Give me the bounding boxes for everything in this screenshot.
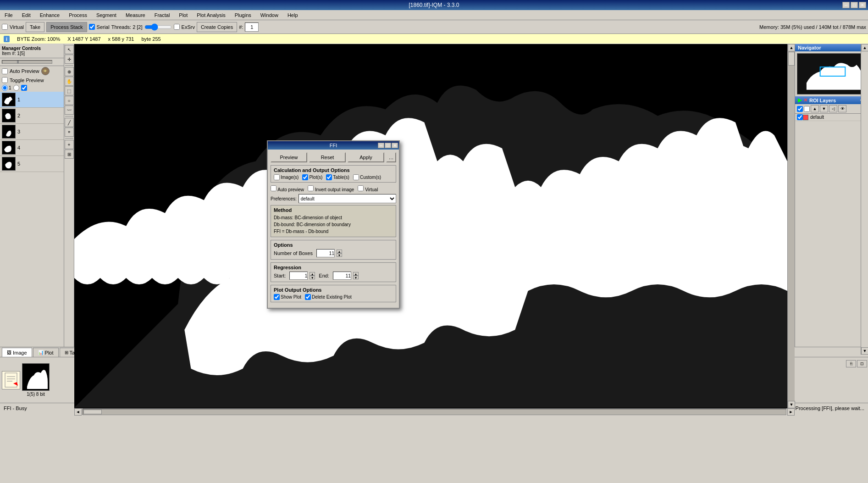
num-boxes-input[interactable]: 11 xyxy=(316,249,335,257)
output-options-row: Image(s) Plot(s) Table(s) Custom(s) xyxy=(274,174,393,180)
process-stack-button[interactable]: Process Stack xyxy=(46,22,87,32)
menu-item-edit[interactable]: Edit xyxy=(19,11,33,19)
layer-item-3[interactable]: 3 xyxy=(0,124,64,140)
close-button[interactable]: ✕ xyxy=(859,2,866,8)
freehand-tool[interactable]: 〰 xyxy=(65,105,74,115)
preview-icon[interactable]: 👁 xyxy=(41,67,50,75)
menu-item-help[interactable]: Help xyxy=(285,11,301,19)
h-scroll-track[interactable] xyxy=(83,409,786,415)
auto-preview-dialog-checkbox[interactable] xyxy=(271,185,276,191)
exsrv-checkbox[interactable] xyxy=(174,24,180,30)
layer-item-4[interactable]: 4 xyxy=(0,140,64,156)
scroll-up-button[interactable]: ▲ xyxy=(788,44,795,51)
virtual-dialog-checkbox[interactable] xyxy=(358,185,364,191)
menu-item-file[interactable]: File xyxy=(2,11,16,19)
copy-button[interactable]: ⎘ xyxy=(846,360,856,367)
roi-lock-checkbox[interactable] xyxy=(804,106,810,112)
threads-slider[interactable] xyxy=(144,23,172,31)
menu-item-enhance[interactable]: Enhance xyxy=(37,11,62,19)
grid-tool[interactable]: ⊞ xyxy=(65,150,74,159)
roi-item-default[interactable]: default 0 xyxy=(795,114,868,121)
thread-count-input[interactable] xyxy=(245,22,259,32)
num-boxes-up[interactable]: ▲ xyxy=(337,250,342,253)
menu-item-plot[interactable]: Plot xyxy=(176,11,190,19)
measure-tool[interactable]: ⌖ xyxy=(65,128,74,137)
roi-down-button[interactable]: ▼ xyxy=(820,105,828,112)
right-panel-scrollbar[interactable]: ▲ ▼ xyxy=(861,44,868,355)
create-copies-button[interactable]: Create Copies xyxy=(197,22,237,32)
num-boxes-row: Number of Boxes 11 ▲ ▼ xyxy=(274,249,393,257)
menu-item-process[interactable]: Process xyxy=(66,11,90,19)
serial-checkbox[interactable] xyxy=(89,24,95,30)
dialog-close[interactable]: ✕ xyxy=(392,143,398,148)
tables-checkbox[interactable] xyxy=(326,174,332,180)
preview-button[interactable]: Preview xyxy=(271,152,307,162)
menu-item-segment[interactable]: Segment xyxy=(94,11,119,19)
start-input[interactable]: 1 xyxy=(289,272,308,280)
num-boxes-down[interactable]: ▼ xyxy=(337,253,342,257)
auto-preview-checkbox[interactable] xyxy=(2,68,8,74)
roi-play-icon[interactable]: ▶ xyxy=(798,97,802,103)
h-scroll-thumb[interactable] xyxy=(83,410,102,414)
custom-checkbox[interactable] xyxy=(353,174,359,180)
plots-checkbox[interactable] xyxy=(302,174,308,180)
paste-button[interactable]: ⊡ xyxy=(857,360,867,367)
roi-prev-button[interactable]: ◁ xyxy=(829,105,837,112)
virtual-checkbox[interactable] xyxy=(2,24,8,30)
layer-item-2[interactable]: 2 xyxy=(0,108,64,124)
maximize-button[interactable]: □ xyxy=(851,2,858,8)
pointer-tool[interactable]: ✛ xyxy=(65,55,74,64)
ellipse-tool[interactable]: ○ xyxy=(65,96,74,105)
roi-up-button[interactable]: ▲ xyxy=(811,105,819,112)
canvas-area[interactable]: FFI ─ □ ✕ Preview Reset Apply xyxy=(74,44,787,408)
roi-eye2-icon[interactable]: 👁 xyxy=(838,105,846,112)
menu-item-measure[interactable]: Measure xyxy=(123,11,148,19)
reset-button[interactable]: Reset xyxy=(309,152,346,162)
thumb-image-item[interactable]: 1(5) 8 bit xyxy=(22,363,50,397)
end-input[interactable]: 11 xyxy=(333,272,351,280)
tab-plot[interactable]: 📊Plot xyxy=(33,348,59,357)
menu-item-fractal[interactable]: Fractal xyxy=(152,11,173,19)
extra-button[interactable]: … xyxy=(386,152,396,162)
zoom-tool[interactable]: ⊕ xyxy=(65,67,74,76)
take-button[interactable]: Take xyxy=(26,22,44,32)
menu-item-plot analysis[interactable]: Plot Analysis xyxy=(194,11,228,19)
scroll-track[interactable] xyxy=(788,51,795,401)
start-down[interactable]: ▼ xyxy=(310,276,315,279)
tab-image[interactable]: 🖼Image xyxy=(2,348,32,357)
menu-item-window[interactable]: Window xyxy=(258,11,281,19)
apply-button[interactable]: Apply xyxy=(348,152,384,162)
roi-visibility-checkbox[interactable] xyxy=(797,106,803,112)
preferences-select[interactable]: default xyxy=(299,194,396,203)
select-tool[interactable]: ⬚ xyxy=(65,86,74,95)
toggle-preview-checkbox[interactable] xyxy=(2,77,8,83)
menu-item-plugins[interactable]: Plugins xyxy=(232,11,254,19)
plus-tool[interactable]: + xyxy=(65,140,74,149)
invert-checkbox[interactable] xyxy=(308,185,314,191)
scroll-left-button[interactable]: ◄ xyxy=(74,408,82,416)
roi-scroll-up[interactable]: ▲ xyxy=(861,44,868,51)
slider-track[interactable] xyxy=(2,60,52,64)
scroll-thumb[interactable] xyxy=(788,52,795,66)
minimize-button[interactable]: ─ xyxy=(842,2,850,8)
dialog-minimize[interactable]: ─ xyxy=(378,143,384,148)
roi-item-checkbox[interactable] xyxy=(797,114,803,120)
end-up[interactable]: ▲ xyxy=(353,272,359,276)
layer-item-5[interactable]: 5 xyxy=(0,156,64,172)
delete-plot-checkbox[interactable] xyxy=(305,294,311,300)
start-up[interactable]: ▲ xyxy=(310,272,315,276)
scroll-right-button[interactable]: ► xyxy=(787,408,795,416)
scroll-down-button[interactable]: ▼ xyxy=(788,401,795,408)
show-plot-checkbox[interactable] xyxy=(274,294,280,300)
roi-scroll-down[interactable]: ▼ xyxy=(861,347,868,355)
layer-item-1[interactable]: 1 xyxy=(0,92,64,108)
image-checkbox[interactable] xyxy=(274,174,280,180)
roi-stop-icon[interactable]: ✕ xyxy=(803,97,807,103)
ffi-titlebar: FFI ─ □ ✕ xyxy=(268,141,399,150)
arrow-tool[interactable]: ↖ xyxy=(65,45,74,54)
line-tool[interactable]: ╱ xyxy=(65,118,74,127)
end-down[interactable]: ▼ xyxy=(353,276,359,279)
pan-tool[interactable]: ✋ xyxy=(65,77,74,86)
dialog-maximize[interactable]: □ xyxy=(385,143,391,148)
navigator-preview[interactable] xyxy=(797,53,866,94)
